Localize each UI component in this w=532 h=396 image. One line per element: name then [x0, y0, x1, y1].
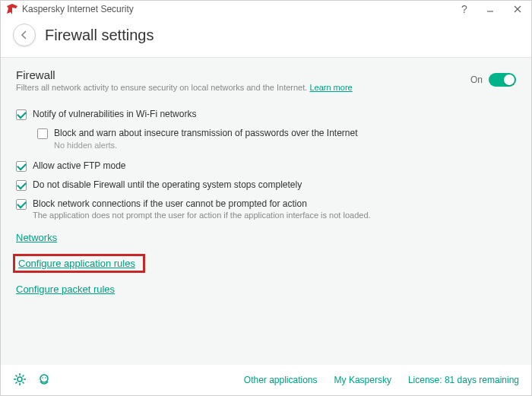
footer-links: Other applications My Kaspersky License:…: [244, 375, 519, 385]
kaspersky-logo-icon: [7, 4, 17, 14]
configure-application-rules-link[interactable]: Configure application rules: [13, 254, 145, 273]
label-notify-wifi: Notify of vulnerabilities in Wi-Fi netwo…: [33, 109, 196, 119]
other-applications-link[interactable]: Other applications: [244, 375, 318, 385]
option-notify-wifi: Notify of vulnerabilities in Wi-Fi netwo…: [16, 109, 516, 120]
back-button[interactable]: [13, 24, 36, 46]
checkbox-notify-wifi[interactable]: [16, 109, 27, 120]
settings-gear-icon[interactable]: [13, 372, 27, 388]
app-window: Kaspersky Internet Security ? Firewall s…: [0, 0, 532, 396]
checkbox-dont-disable[interactable]: [16, 180, 27, 191]
checkbox-allow-ftp[interactable]: [16, 161, 27, 172]
minimize-button[interactable]: [477, 1, 504, 17]
footer-icons: [13, 372, 51, 388]
option-block-no-prompt: Block network connections if the user ca…: [16, 198, 516, 220]
configure-packet-rules-link[interactable]: Configure packet rules: [16, 282, 115, 296]
my-kaspersky-link[interactable]: My Kaspersky: [334, 375, 391, 385]
svg-point-4: [40, 375, 48, 382]
hint-block-no-prompt: The application does not prompt the user…: [33, 211, 371, 220]
section-title: Firewall: [16, 68, 470, 81]
firewall-toggle[interactable]: [489, 73, 516, 87]
section-description: Filters all network activity to ensure s…: [16, 83, 470, 92]
label-dont-disable: Do not disable Firewall until the operat…: [33, 179, 302, 190]
support-icon[interactable]: [37, 372, 51, 388]
links-group: Networks Configure application rules Con…: [16, 230, 516, 296]
hint-block-insecure: No hidden alerts.: [54, 141, 516, 150]
section-description-text: Filters all network activity to ensure s…: [16, 83, 307, 92]
options-list: Notify of vulnerabilities in Wi-Fi netwo…: [16, 109, 516, 220]
label-block-insecure: Block and warn about insecure transmissi…: [54, 128, 358, 138]
footer: Other applications My Kaspersky License:…: [1, 365, 531, 395]
learn-more-link[interactable]: Learn more: [309, 83, 352, 92]
checkbox-block-no-prompt[interactable]: [16, 199, 27, 210]
option-block-insecure: Block and warn about insecure transmissi…: [37, 128, 516, 150]
networks-link[interactable]: Networks: [16, 230, 57, 245]
label-allow-ftp: Allow active FTP mode: [33, 160, 126, 171]
option-dont-disable: Do not disable Firewall until the operat…: [16, 179, 516, 191]
page-header: Firewall settings: [1, 17, 531, 57]
close-button[interactable]: [504, 1, 531, 17]
page-title: Firewall settings: [45, 27, 154, 44]
svg-point-5: [42, 377, 43, 379]
toggle-knob: [504, 74, 515, 85]
checkbox-block-insecure[interactable]: [37, 128, 48, 139]
svg-point-6: [45, 377, 46, 379]
firewall-toggle-wrap: On: [470, 68, 516, 87]
option-allow-ftp: Allow active FTP mode: [16, 160, 516, 172]
window-controls: ?: [452, 1, 531, 17]
titlebar: Kaspersky Internet Security ?: [1, 1, 531, 17]
label-block-no-prompt: Block network connections if the user ca…: [33, 198, 307, 209]
section-text: Firewall Filters all network activity to…: [16, 68, 470, 92]
svg-point-3: [17, 377, 22, 382]
app-title: Kaspersky Internet Security: [22, 4, 134, 14]
titlebar-left: Kaspersky Internet Security: [7, 4, 134, 14]
license-link[interactable]: License: 81 days remaining: [408, 375, 519, 385]
help-button[interactable]: ?: [452, 1, 477, 17]
firewall-section-head: Firewall Filters all network activity to…: [16, 68, 516, 92]
toggle-state-label: On: [470, 74, 483, 85]
content-area: Firewall Filters all network activity to…: [1, 57, 531, 365]
